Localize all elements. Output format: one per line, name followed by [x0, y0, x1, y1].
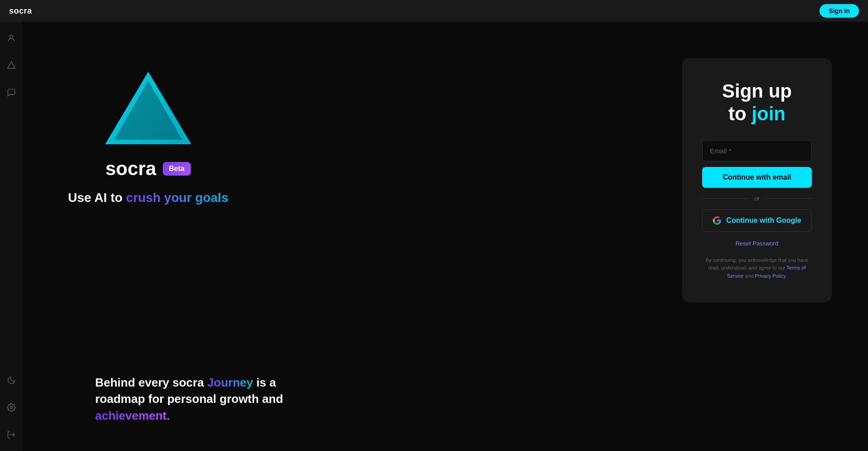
- tagline-accent: crush your goals: [126, 191, 228, 205]
- or-text: or: [754, 195, 760, 202]
- sidebar-moon-icon[interactable]: [4, 373, 19, 387]
- brand-row: socra Beta: [105, 158, 191, 180]
- journey-accent: Journey: [207, 376, 253, 389]
- tagline-prefix: Use AI to: [68, 191, 126, 205]
- svg-point-0: [10, 35, 13, 38]
- continue-email-button[interactable]: Continue with email: [702, 167, 812, 188]
- main-layout: socra Beta Use AI to crush your goals Be…: [0, 22, 868, 451]
- continue-google-button[interactable]: Continue with Google: [702, 209, 812, 232]
- left-panel: socra Beta Use AI to crush your goals Be…: [68, 49, 228, 205]
- svg-marker-1: [8, 62, 15, 69]
- bottom-text-prefix: Behind every socra: [95, 376, 207, 389]
- content-area: socra Beta Use AI to crush your goals Be…: [23, 22, 868, 451]
- signup-title-line2: to join: [702, 103, 812, 125]
- signup-title: Sign up to join: [702, 80, 812, 126]
- sidebar-bottom: [4, 373, 19, 442]
- signup-title-to: to: [728, 103, 752, 124]
- sidebar-logout-icon[interactable]: [4, 427, 19, 442]
- signup-title-line1: Sign up: [702, 80, 812, 103]
- signin-button[interactable]: Sign In: [820, 4, 859, 18]
- reset-password-link[interactable]: Reset Password: [736, 240, 779, 247]
- sidebar-settings-icon[interactable]: [4, 400, 19, 415]
- brand-name: socra: [105, 158, 156, 180]
- topbar-logo: socra: [9, 6, 32, 16]
- bottom-text: Behind every socra Journey is a roadmap …: [95, 374, 322, 424]
- signup-card: Sign up to join Continue with email or C: [682, 58, 832, 302]
- svg-point-2: [10, 407, 13, 409]
- privacy-link[interactable]: Privacy Policy.: [755, 273, 787, 279]
- brand-logo: [103, 67, 194, 149]
- topbar: socra Sign In: [0, 0, 868, 22]
- email-input[interactable]: [702, 140, 812, 162]
- reset-password-row: Reset Password: [702, 239, 812, 247]
- achievement-accent: achievement.: [95, 409, 170, 422]
- sidebar: [0, 22, 23, 451]
- terms-and: and: [744, 273, 755, 279]
- sidebar-chat-icon[interactable]: [4, 85, 19, 100]
- sidebar-user-icon[interactable]: [4, 31, 19, 45]
- tagline: Use AI to crush your goals: [68, 191, 228, 205]
- continue-google-label: Continue with Google: [726, 216, 801, 225]
- or-divider: or: [702, 195, 812, 202]
- signup-title-join: join: [752, 103, 786, 124]
- svg-marker-4: [114, 81, 182, 140]
- terms-text: By continuing, you acknowledge that you …: [702, 256, 812, 280]
- sidebar-nav-icon[interactable]: [4, 58, 19, 73]
- google-icon: [713, 216, 722, 225]
- beta-badge: Beta: [163, 162, 191, 176]
